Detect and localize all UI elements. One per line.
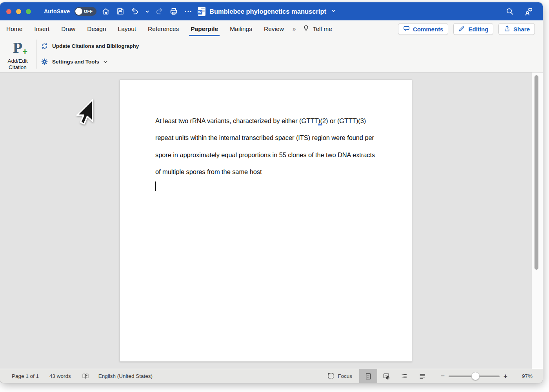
tell-me-label: Tell me [313,25,332,33]
tab-review[interactable]: Review [264,25,284,33]
draft-view-icon[interactable] [413,369,431,383]
scrollbar-thumb[interactable] [534,75,538,270]
paperpile-logo: P + [13,39,22,56]
zoom-slider-thumb[interactable] [471,372,480,380]
home-icon[interactable] [101,7,111,16]
status-bar: Page 1 of 1 43 words English (United Sta… [0,369,543,383]
editing-button[interactable]: Editing [453,23,493,35]
proofing-book-icon[interactable] [82,372,89,380]
vertical-scrollbar [531,73,543,369]
share-label: Share [513,26,530,33]
tab-mailings[interactable]: Mailings [230,25,252,33]
add-edit-citation-label-line1: Add/Edit [3,58,32,64]
add-edit-citation-button[interactable]: P + Add/Edit Citation [3,39,32,70]
outline-view-icon[interactable] [395,369,413,383]
zoom-percentage[interactable]: 97% [514,373,533,379]
comments-bubble-icon [403,25,410,33]
refresh-icon [41,42,48,50]
tab-draw[interactable]: Draw [61,25,75,33]
tab-layout[interactable]: Layout [118,25,136,33]
editing-label: Editing [468,26,488,33]
chevron-down-icon [103,60,108,64]
more-ellipsis-icon[interactable] [184,7,193,16]
text-caret [155,181,156,191]
comments-button[interactable]: Comments [398,23,449,35]
zoom-controls: − + [437,372,511,380]
gear-icon [41,58,48,65]
word-window: AutoSave OFF [0,2,543,383]
print-icon[interactable] [169,7,178,16]
undo-dropdown-chevron-icon[interactable] [145,7,149,16]
focus-frame-icon [327,372,334,381]
document-text: At least two rRNA variants, characterize… [120,80,412,181]
print-layout-view-icon[interactable] [359,369,377,383]
tab-design[interactable]: Design [87,25,106,33]
close-icon[interactable] [6,9,11,14]
comments-label: Comments [413,26,444,33]
update-citations-label: Update Citations and Bibliography [52,43,139,49]
title-bar: AutoSave OFF [0,2,543,20]
text-line-1: At least two rRNA variants, characterize… [155,113,412,129]
title-chevron-icon[interactable] [331,8,336,15]
mouse-cursor [75,98,93,128]
grammar-suggestion-underline[interactable]: )( [318,117,322,125]
redo-icon [155,7,164,16]
autosave-label: AutoSave [44,8,70,15]
editing-pencil-icon [458,25,465,33]
share-arrow-icon [504,25,511,33]
focus-label: Focus [338,373,352,379]
tab-references[interactable]: References [148,25,179,33]
focus-button[interactable]: Focus [327,372,352,381]
save-icon[interactable] [116,7,125,16]
tab-home[interactable]: Home [6,25,22,33]
search-icon[interactable] [505,7,514,16]
zoom-in-icon[interactable]: + [500,372,511,380]
document-title-group[interactable]: W Bumblebee phylogenetics manuscript [198,2,336,20]
autosave-state: OFF [84,9,93,14]
share-button[interactable]: Share [498,23,535,35]
toggle-knob [75,8,82,15]
text-line-3: spore in approximately equal proportions… [155,147,412,163]
ribbon-divider [36,40,36,69]
word-count[interactable]: 43 words [49,373,71,379]
document-area: At least two rRNA variants, characterize… [0,73,543,369]
undo-icon[interactable] [130,7,140,16]
overflow-chevrons-icon[interactable]: » [293,25,295,33]
tab-insert[interactable]: Insert [34,25,49,33]
zoom-out-icon[interactable]: − [437,372,449,380]
web-layout-view-icon[interactable] [377,369,395,383]
tab-paperpile[interactable]: Paperpile [191,25,218,33]
tell-me-button[interactable]: Tell me [302,25,332,34]
page-indicator[interactable]: Page 1 of 1 [12,373,39,379]
view-switcher [359,369,431,383]
settings-and-tools-label: Settings and Tools [52,59,99,65]
traffic-lights [6,2,31,20]
autosave-toggle[interactable]: OFF [75,7,96,16]
text-line-2: repeat units within the internal transcr… [155,129,412,146]
zoom-window-icon[interactable] [26,9,31,14]
settings-and-tools-button[interactable]: Settings and Tools [41,58,108,65]
ribbon-tab-row: Home Insert Draw Design Layout Reference… [0,20,543,38]
update-citations-button[interactable]: Update Citations and Bibliography [41,42,139,50]
word-file-icon: W [198,7,205,16]
presence-people-icon[interactable] [524,7,533,16]
document-title: Bumblebee phylogenetics manuscript [209,8,326,15]
text-line-4: of multiple spores from the same host [155,163,412,180]
paperpile-ribbon: P + Add/Edit Citation Update Citations a… [0,38,543,73]
lightbulb-icon [302,25,310,34]
zoom-slider[interactable] [449,376,500,377]
add-edit-citation-label-line2: Citation [3,64,32,71]
document-page[interactable]: At least two rRNA variants, characterize… [120,80,412,362]
language-indicator[interactable]: English (United States) [98,373,153,379]
minimize-icon[interactable] [16,9,21,14]
